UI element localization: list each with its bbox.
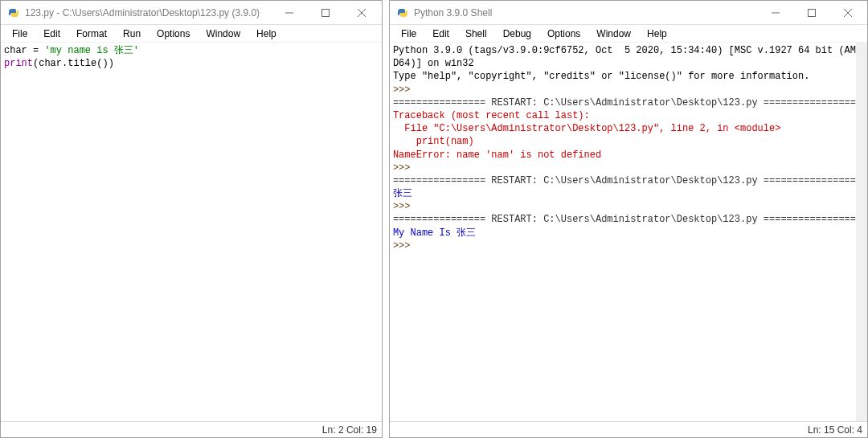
shell-traceback: print(nam) xyxy=(393,136,474,147)
shell-title: Python 3.9.0 Shell xyxy=(414,7,757,18)
editor-statusbar: Ln: 2 Col: 19 xyxy=(1,421,382,437)
code-builtin: print xyxy=(4,58,33,69)
editor-title: 123.py - C:\Users\Administrator\Desktop\… xyxy=(25,7,272,18)
menu-shell[interactable]: Shell xyxy=(457,27,495,41)
shell-traceback: Traceback (most recent call last): xyxy=(393,110,590,121)
menu-edit[interactable]: Edit xyxy=(424,27,457,41)
menu-window[interactable]: Window xyxy=(588,27,639,41)
shell-traceback: File "C:\Users\Administrator\Desktop\123… xyxy=(393,123,780,134)
editor-titlebar[interactable]: 123.py - C:\Users\Administrator\Desktop\… xyxy=(1,1,382,25)
shell-window-controls xyxy=(757,2,866,24)
shell-restart: ================ RESTART: C:\Users\Admin… xyxy=(393,214,856,225)
maximize-button[interactable] xyxy=(308,2,344,24)
shell-statusbar: Ln: 15 Col: 4 xyxy=(390,421,867,437)
python-icon xyxy=(7,6,20,19)
menu-run[interactable]: Run xyxy=(115,27,149,41)
menu-help[interactable]: Help xyxy=(639,27,675,41)
editor-window: 123.py - C:\Users\Administrator\Desktop\… xyxy=(0,0,383,438)
shell-banner: Python 3.9.0 (tags/v3.9.0:9cf6752, Oct 5… xyxy=(393,45,856,56)
svg-rect-5 xyxy=(808,9,815,16)
maximize-button[interactable] xyxy=(793,2,829,24)
shell-window: Python 3.9.0 Shell File Edit Shell Debug… xyxy=(389,0,868,438)
shell-titlebar[interactable]: Python 3.9.0 Shell xyxy=(390,1,867,25)
close-button[interactable] xyxy=(344,2,380,24)
editor-menubar: File Edit Format Run Options Window Help xyxy=(1,25,382,43)
python-icon xyxy=(396,6,409,19)
shell-prompt: >>> xyxy=(393,240,416,252)
shell-restart: ================ RESTART: C:\Users\Admin… xyxy=(393,97,856,108)
editor-cursor-position: Ln: 2 Col: 19 xyxy=(322,424,377,436)
shell-text-area[interactable]: Python 3.9.0 (tags/v3.9.0:9cf6752, Oct 5… xyxy=(390,43,867,421)
menu-help[interactable]: Help xyxy=(248,27,285,41)
menu-file[interactable]: File xyxy=(4,27,35,41)
menu-options[interactable]: Options xyxy=(149,27,198,41)
menu-options[interactable]: Options xyxy=(539,27,588,41)
editor-text-area[interactable]: char = 'my name is 张三' print(char.title(… xyxy=(1,43,382,421)
shell-traceback: NameError: name 'nam' is not defined xyxy=(393,149,601,161)
shell-prompt: >>> xyxy=(393,201,416,212)
code-text: char = xyxy=(4,45,44,56)
shell-prompt: >>> xyxy=(393,162,416,174)
minimize-button[interactable] xyxy=(757,2,793,24)
menu-debug[interactable]: Debug xyxy=(495,27,539,41)
shell-output: 张三 xyxy=(393,188,412,199)
shell-output: My Name Is 张三 xyxy=(393,227,476,239)
shell-banner: D64)] on win32 xyxy=(393,58,474,69)
shell-cursor-position: Ln: 15 Col: 4 xyxy=(808,424,862,436)
close-button[interactable] xyxy=(829,2,866,24)
menu-edit[interactable]: Edit xyxy=(35,27,68,41)
shell-menubar: File Edit Shell Debug Options Window Hel… xyxy=(390,25,867,43)
menu-format[interactable]: Format xyxy=(68,27,115,41)
code-text: (char.title()) xyxy=(33,58,114,69)
editor-window-controls xyxy=(272,2,380,24)
shell-prompt: >>> xyxy=(393,84,416,96)
shell-banner: Type "help", "copyright", "credits" or "… xyxy=(393,71,809,82)
code-string: 'my name is 张三' xyxy=(44,45,139,56)
menu-window[interactable]: Window xyxy=(198,27,248,41)
shell-restart: ================ RESTART: C:\Users\Admin… xyxy=(393,175,856,186)
minimize-button[interactable] xyxy=(272,2,308,24)
menu-file[interactable]: File xyxy=(393,27,424,41)
svg-rect-1 xyxy=(322,9,330,16)
